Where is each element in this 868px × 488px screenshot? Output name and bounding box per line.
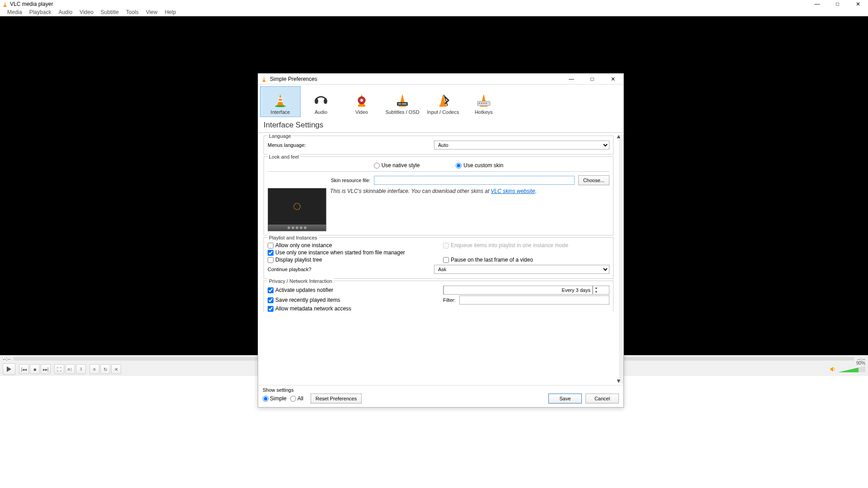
continue-playback-select[interactable]: Ask — [434, 265, 609, 274]
category-video[interactable]: Video — [341, 86, 382, 117]
category-audio[interactable]: Audio — [301, 86, 341, 117]
dialog-maximize-button[interactable]: □ — [582, 74, 603, 84]
svg-rect-37 — [486, 103, 487, 104]
custom-skin-radio[interactable]: Use custom skin — [456, 162, 503, 169]
enqueue-items-checkbox: Enqueue items into playlist in one insta… — [443, 242, 609, 249]
pause-last-frame-checkbox[interactable]: Pause on the last frame of a video — [443, 257, 609, 263]
category-hotkeys[interactable]: Hotkeys — [463, 86, 504, 117]
settings-body: ⯅ ⯆ Language Menus language: Auto Look a… — [258, 133, 623, 385]
filter-label: Filter: — [443, 297, 456, 303]
reset-preferences-button[interactable]: Reset Preferences — [311, 394, 362, 404]
previous-button[interactable]: |◂◂ — [19, 364, 29, 374]
svg-marker-7 — [838, 368, 859, 373]
category-interface[interactable]: Interface — [260, 86, 301, 117]
cancel-button[interactable]: Cancel — [585, 394, 619, 404]
group-privacy: Privacy / Network Interaction Activate u… — [264, 281, 613, 312]
scroll-down-button[interactable]: ⯆ — [615, 378, 622, 384]
show-all-radio[interactable]: All — [290, 395, 303, 402]
metadata-access-checkbox[interactable]: Allow metadata network access — [268, 305, 434, 312]
spinner-down[interactable]: ▾ — [593, 290, 599, 294]
svg-rect-36 — [483, 103, 485, 104]
choose-button[interactable]: Choose... — [578, 175, 609, 185]
dialog-footer: Show settings Simple All Reset Preferenc… — [258, 385, 623, 407]
updates-notifier-checkbox[interactable]: Activate updates notifier — [268, 286, 434, 295]
category-label: Subtitles / OSD — [385, 109, 419, 115]
svg-marker-0 — [4, 1, 6, 6]
play-button[interactable] — [3, 363, 15, 375]
maximize-button[interactable]: □ — [827, 0, 848, 8]
svg-point-16 — [275, 105, 286, 107]
svg-rect-34 — [479, 103, 480, 104]
subtitles-icon — [395, 93, 410, 108]
category-label: Input / Codecs — [427, 109, 459, 115]
svg-rect-3 — [4, 4, 6, 5]
speaker-icon[interactable] — [830, 366, 836, 372]
svg-rect-14 — [278, 98, 282, 99]
allow-one-instance-checkbox[interactable]: Allow only one instance — [268, 242, 434, 249]
save-recent-checkbox[interactable]: Save recently played items — [268, 296, 434, 305]
save-button[interactable]: Save — [548, 394, 582, 404]
native-style-radio[interactable]: Use native style — [374, 162, 420, 169]
show-simple-radio[interactable]: Simple — [263, 395, 287, 402]
category-label: Audio — [315, 109, 327, 115]
skin-file-label: Skin resource file: — [331, 178, 370, 183]
svg-point-18 — [324, 99, 327, 104]
volume-slider[interactable]: 90% — [838, 365, 865, 373]
svg-marker-5 — [830, 367, 833, 372]
shuffle-button[interactable]: ✕ — [111, 364, 121, 374]
skin-preview-controls — [268, 225, 326, 231]
svg-rect-26 — [398, 103, 401, 104]
svg-rect-11 — [263, 79, 265, 80]
menubar: Media Playback Audio Video Subtitle Tool… — [0, 8, 868, 16]
category-subtitles[interactable]: Subtitles / OSD — [382, 86, 423, 117]
dialog-close-button[interactable]: ✕ — [603, 74, 623, 84]
svg-point-22 — [360, 99, 363, 102]
scroll-up-button[interactable]: ⯅ — [615, 134, 622, 140]
category-label: Hotkeys — [475, 109, 493, 115]
volume-label: 90% — [856, 361, 865, 366]
menu-help[interactable]: Help — [161, 8, 179, 16]
menu-media[interactable]: Media — [4, 8, 26, 16]
loop-button[interactable]: ↻ — [100, 364, 110, 374]
menu-view[interactable]: View — [142, 8, 161, 16]
skins-website-link[interactable]: VLC skins website — [491, 188, 535, 194]
update-interval-spinner[interactable]: ▴▾ — [443, 286, 609, 295]
extended-settings-button[interactable]: ≡⫶ — [65, 364, 75, 374]
svg-rect-20 — [358, 105, 365, 107]
category-bar: Interface Audio Video Subtitles / OSD In… — [258, 84, 623, 119]
group-title: Language — [268, 133, 292, 139]
minimize-button[interactable]: — — [807, 0, 827, 8]
stop-button[interactable]: ■ — [30, 364, 40, 374]
menus-language-label: Menus language: — [268, 142, 430, 148]
skin-file-input[interactable] — [374, 176, 574, 185]
menu-audio[interactable]: Audio — [55, 8, 76, 16]
category-label: Video — [355, 109, 368, 115]
skin-info-text: This is VLC's skinnable interface. You c… — [330, 188, 609, 194]
svg-rect-9 — [263, 81, 266, 82]
menu-video[interactable]: Video — [76, 8, 97, 16]
equalizer-button[interactable]: ⫴ — [76, 364, 86, 374]
spinner-up[interactable]: ▴ — [593, 286, 599, 290]
svg-point-17 — [315, 99, 318, 104]
scrollbar[interactable] — [619, 135, 623, 383]
dialog-title: Simple Preferences — [270, 76, 317, 82]
menu-playback[interactable]: Playback — [26, 8, 55, 16]
menu-tools[interactable]: Tools — [123, 8, 142, 16]
menus-language-select[interactable]: Auto — [434, 141, 609, 150]
playlist-button[interactable]: ≡ — [90, 364, 99, 374]
time-elapsed: --:-- — [3, 356, 11, 361]
svg-rect-29 — [439, 105, 447, 107]
menu-subtitle[interactable]: Subtitle — [97, 8, 123, 16]
svg-point-38 — [294, 203, 300, 210]
next-button[interactable]: ▸▸| — [41, 364, 51, 374]
category-input-codecs[interactable]: Input / Codecs — [423, 86, 463, 117]
display-playlist-tree-checkbox[interactable]: Display playlist tree — [268, 257, 434, 263]
group-look-and-feel: Look and feel Use native style Use custo… — [264, 156, 613, 235]
dialog-titlebar: Simple Preferences — □ ✕ — [258, 74, 623, 84]
dialog-minimize-button[interactable]: — — [561, 74, 582, 84]
fullscreen-button[interactable]: ⛶ — [54, 364, 64, 374]
filter-input[interactable] — [459, 296, 610, 305]
group-title: Look and feel — [268, 154, 300, 160]
one-instance-fm-checkbox[interactable]: Use only one instance when started from … — [268, 249, 434, 256]
close-button[interactable]: ✕ — [848, 0, 868, 8]
